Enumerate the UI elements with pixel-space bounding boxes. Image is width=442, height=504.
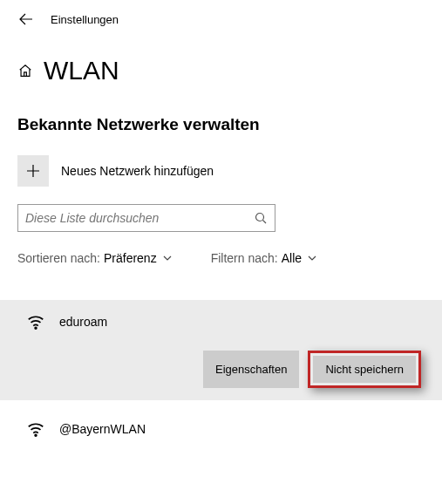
search-icon[interactable] <box>254 211 268 225</box>
forget-button-highlight: Nicht speichern <box>308 351 421 388</box>
filter-value: Alle <box>282 251 302 265</box>
window-header: Einstellungen <box>0 0 442 35</box>
search-input[interactable] <box>25 211 254 225</box>
network-item-eduroam[interactable]: eduroam Eigenschaften Nicht speichern <box>0 300 442 400</box>
svg-point-1 <box>35 327 37 329</box>
svg-point-2 <box>35 434 37 436</box>
network-actions: Eigenschaften Nicht speichern <box>26 351 425 388</box>
network-row: eduroam <box>26 312 425 331</box>
list-controls: Sortieren nach: Präferenz Filtern nach: … <box>17 251 425 265</box>
network-item-bayernwlan[interactable]: @BayernWLAN <box>0 400 442 446</box>
main-content: WLAN Bekannte Netzwerke verwalten Neues … <box>0 35 442 446</box>
header-title: Einstellungen <box>51 13 119 26</box>
page-title: WLAN <box>44 56 119 85</box>
add-network-label: Neues Netzwerk hinzufügen <box>61 164 214 178</box>
chevron-down-icon <box>307 253 317 263</box>
network-name: @BayernWLAN <box>59 422 146 436</box>
chevron-down-icon <box>162 253 173 263</box>
filter-label: Filtern nach: <box>211 251 278 265</box>
home-icon[interactable] <box>17 63 33 78</box>
properties-button[interactable]: Eigenschaften <box>203 351 299 388</box>
network-list: eduroam Eigenschaften Nicht speichern <box>0 300 442 446</box>
section-title: Bekannte Netzwerke verwalten <box>17 115 425 134</box>
search-box[interactable] <box>17 204 275 232</box>
svg-point-0 <box>256 214 264 221</box>
add-network-button[interactable]: Neues Netzwerk hinzufügen <box>17 155 425 187</box>
wifi-icon <box>26 419 45 439</box>
sort-control[interactable]: Sortieren nach: Präferenz <box>17 251 173 265</box>
page-title-row: WLAN <box>17 56 425 85</box>
filter-control[interactable]: Filtern nach: Alle <box>211 251 317 265</box>
wifi-icon <box>26 312 45 331</box>
network-row: @BayernWLAN <box>26 419 425 439</box>
back-button[interactable] <box>17 10 35 28</box>
forget-button[interactable]: Nicht speichern <box>313 356 416 383</box>
arrow-left-icon <box>19 12 33 26</box>
sort-value: Präferenz <box>104 251 157 265</box>
plus-icon <box>17 155 49 187</box>
network-name: eduroam <box>59 315 107 329</box>
sort-label: Sortieren nach: <box>17 251 100 265</box>
